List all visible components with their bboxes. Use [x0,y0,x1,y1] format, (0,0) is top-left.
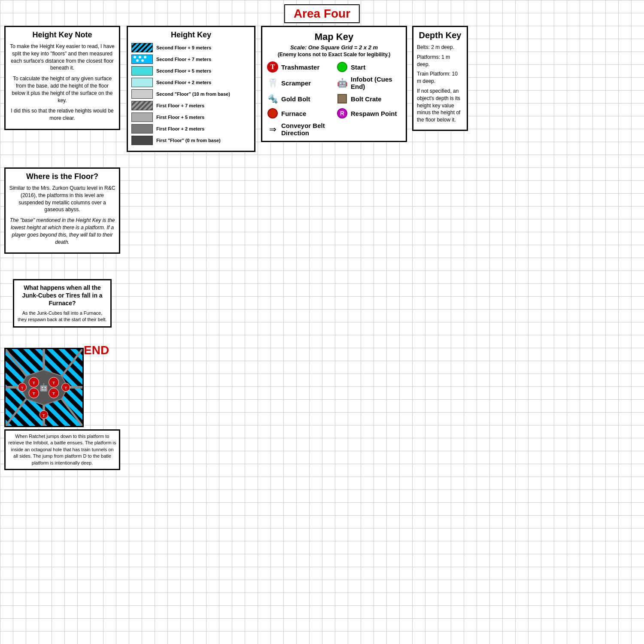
svg-text:T: T [21,386,24,390]
height-key-label: First Floor + 2 meters [156,126,204,131]
depth-key-line: Platforms: 1 m deep. [417,54,463,68]
end-label: END [84,343,109,357]
height-key-note-heading: Height Key Note [9,30,115,39]
map-key-box: Map Key Scale: One Square Grid = 2 x 2 m… [261,26,407,142]
map-key-grid: TTrashmasterStart🦷Scramper🤖Infobot (Cues… [267,61,401,137]
map-key-item: TTrashmaster [267,61,332,73]
map-icon-start [336,61,348,73]
height-key-swatch [131,136,153,145]
height-key-label: Second Floor + 9 meters [156,45,211,50]
svg-text:T: T [52,380,55,385]
map-icon-trashmaster: T [267,61,279,73]
map-key-item: RRespawn Point [336,107,401,119]
map-label-scramper: Scramper [281,79,311,87]
map-key-item: Furnace [267,107,332,119]
title-box: Area Four [284,4,360,23]
depth-key-line: If not specified, an object's depth is i… [417,88,463,124]
end-description: When Ratchet jumps down to this platform… [4,429,120,470]
height-key-swatch [131,124,153,134]
height-key-label: Second "Floor" (10 m from base) [156,91,230,97]
height-key-swatch [131,101,153,110]
height-key-label: First Floor + 5 meters [156,115,204,120]
height-key-label: Second Floor + 2 meters [156,80,211,85]
height-key-row: First "Floor" (0 m from base) [131,136,251,145]
map-key-item: Bolt Crate [336,93,401,105]
height-key-label: First "Floor" (0 m from base) [156,138,221,143]
end-map: T T T T 🤖 T T T [4,348,84,427]
map-key-item: 🔩Gold Bolt [267,93,332,105]
map-key-item: 🦷Scramper [267,76,332,90]
height-key-label: First Floor + 7 meters [156,103,204,108]
height-key-row: First Floor + 7 meters [131,101,251,110]
map-label-infobot: Infobot (Cues End) [351,76,401,90]
floor-heading: Where is the Floor? [9,172,115,181]
height-key-row: Second "Floor" (10 m from base) [131,89,251,99]
map-key-enemy-note: (Enemy Icons not to Exact Scale for legi… [267,52,401,58]
map-icon-infobot: 🤖 [336,77,348,89]
height-key-note-box: Height Key Note To make the Height Key e… [4,26,120,130]
depth-key-line: Train Platform: 10 m deep. [417,70,463,85]
map-key-heading: Map Key [267,31,401,43]
height-key-swatch [131,89,153,99]
map-label-goldbolt: Gold Bolt [281,95,310,103]
svg-text:🤖: 🤖 [39,383,49,392]
height-key-swatch [131,55,153,64]
height-key-row: Second Floor + 2 meters [131,78,251,87]
height-key-note-para2: To calculate the height of any given sur… [9,75,115,104]
map-icon-scramper: 🦷 [267,77,279,89]
map-icon-boltcrate [336,93,348,105]
depth-key-heading: Depth Key [417,30,463,40]
map-key-item: Start [336,61,401,73]
depth-key-box: Depth Key Belts: 2 m deep.Platforms: 1 m… [412,26,468,131]
height-key-note-para1: To make the Height Key easier to read, I… [9,43,115,72]
floor-para1: Similar to the Mrs. Zurkon Quartu level … [9,185,115,213]
height-key-label: Second Floor + 7 meters [156,57,211,62]
map-key-item: ⇒Conveyor Belt Direction [267,122,332,137]
junk-box: What happens when all the Junk-Cubes or … [13,279,112,328]
map-label-trashmaster: Trashmaster [281,64,319,71]
svg-text:T: T [33,380,35,385]
height-key-row: Second Floor + 7 meters [131,55,251,64]
map-label-start: Start [351,64,365,71]
height-key-row: First Floor + 5 meters [131,112,251,122]
svg-text:T: T [43,413,45,418]
map-icon-furnace [267,107,279,119]
height-key-swatch [131,43,153,52]
junk-heading: What happens when all the Junk-Cubes or … [18,284,107,307]
height-key-swatch [131,78,153,87]
height-key-heading: Height Key [131,30,251,39]
height-key-swatch [131,66,153,76]
map-label-furnace: Furnace [281,110,306,117]
height-key-label: Second Floor + 5 meters [156,68,211,73]
height-key-box: Height Key Second Floor + 9 metersSecond… [127,26,255,152]
height-key-note-para3: I did this so that the relative heights … [9,107,115,122]
svg-text:T: T [33,391,35,396]
floor-box: Where is the Floor? Similar to the Mrs. … [4,167,120,254]
map-icon-respawn: R [336,107,348,119]
height-key-row: Second Floor + 9 meters [131,43,251,52]
map-key-item: 🤖Infobot (Cues End) [336,76,401,90]
height-key-row: Second Floor + 5 meters [131,66,251,76]
depth-key-lines: Belts: 2 m deep.Platforms: 1 m deep.Trai… [417,44,463,124]
junk-body: As the Junk-Cubes fall into a Furnace, t… [18,310,107,323]
svg-text:T: T [52,391,55,396]
height-key-row: First Floor + 2 meters [131,124,251,134]
map-key-scale: Scale: One Square Grid = 2 x 2 m [267,44,401,51]
height-key-swatch [131,112,153,122]
floor-para2: The "base" mentioned in the Height Key i… [9,217,115,246]
map-label-conveyor: Conveyor Belt Direction [281,122,332,137]
map-icon-conveyor: ⇒ [267,123,279,135]
svg-text:T: T [65,386,67,390]
map-label-respawn: Respawn Point [351,110,397,117]
map-label-boltcrate: Bolt Crate [351,95,382,103]
page-title: Area Four [294,7,350,20]
depth-key-line: Belts: 2 m deep. [417,44,463,51]
height-key-rows: Second Floor + 9 metersSecond Floor + 7 … [131,43,251,145]
map-icon-goldbolt: 🔩 [267,93,279,105]
